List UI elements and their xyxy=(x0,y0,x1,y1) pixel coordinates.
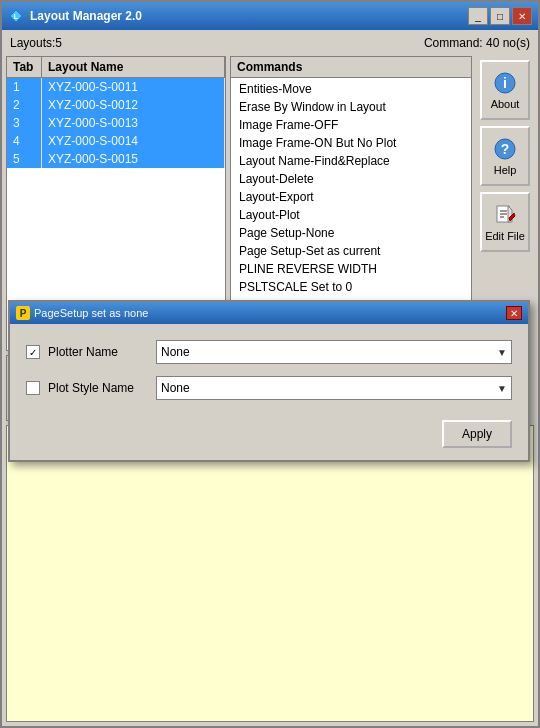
plotstyle-checkbox[interactable] xyxy=(26,381,40,395)
plotter-label: Plotter Name xyxy=(48,345,148,359)
modal-overlay: P PageSetup set as none ✕ ✓ Plotter Name… xyxy=(0,0,540,728)
plotstyle-select[interactable]: None ▼ xyxy=(156,376,512,400)
plotter-select[interactable]: None ▼ xyxy=(156,340,512,364)
plotter-checkbox[interactable]: ✓ xyxy=(26,345,40,359)
modal-icon: P xyxy=(16,306,30,320)
plotstyle-name-field: Plot Style Name None ▼ xyxy=(26,376,512,400)
modal-title-bar: P PageSetup set as none ✕ xyxy=(10,302,528,324)
plotstyle-value: None xyxy=(161,381,190,395)
plotstyle-dropdown-arrow: ▼ xyxy=(497,383,507,394)
plotter-value: None xyxy=(161,345,190,359)
plotter-name-field: ✓ Plotter Name None ▼ xyxy=(26,340,512,364)
plotstyle-label: Plot Style Name xyxy=(48,381,148,395)
modal-title: PageSetup set as none xyxy=(34,307,506,319)
modal-body: ✓ Plotter Name None ▼ Plot Style Name No… xyxy=(10,324,528,416)
plotter-dropdown-arrow: ▼ xyxy=(497,347,507,358)
apply-button[interactable]: Apply xyxy=(442,420,512,448)
modal-window: P PageSetup set as none ✕ ✓ Plotter Name… xyxy=(8,300,530,462)
main-window: L Layout Manager 2.0 _ □ ✕ Layouts:5 Com… xyxy=(0,0,540,728)
modal-close-button[interactable]: ✕ xyxy=(506,306,522,320)
modal-footer: Apply xyxy=(10,416,528,460)
